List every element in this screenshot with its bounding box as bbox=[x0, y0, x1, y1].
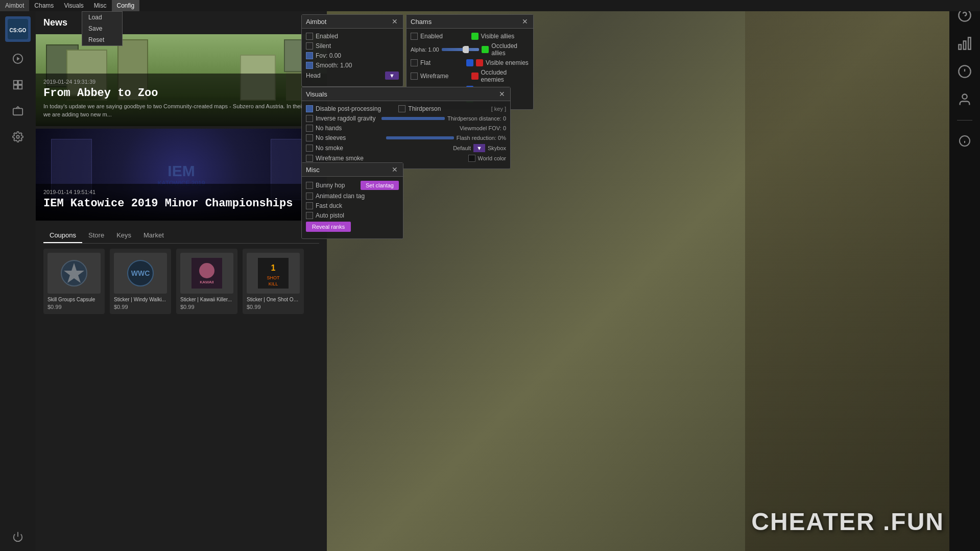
chams-flat-color-blue[interactable] bbox=[466, 59, 473, 66]
sidebar-play-icon[interactable] bbox=[9, 50, 27, 68]
news-article-2[interactable]: IEM KATOWICE 2019 2019-01-14 19:51:41 IE… bbox=[36, 129, 327, 221]
right-user-icon[interactable] bbox=[954, 89, 975, 110]
left-sidebar: CS:GO bbox=[0, 11, 36, 551]
visuals-disablepp-checkbox[interactable] bbox=[306, 105, 313, 112]
chams-alpha-handle[interactable] bbox=[464, 46, 469, 53]
aimbot-smooth-checkbox[interactable] bbox=[306, 62, 313, 69]
sidebar-settings-icon[interactable] bbox=[9, 128, 27, 146]
chams-occluded-allies-color[interactable] bbox=[482, 46, 489, 53]
aimbot-panel: Aimbot ✕ Enabled Silent Fov: 0.00 Smooth… bbox=[301, 14, 403, 87]
svg-rect-15 bbox=[968, 37, 971, 49]
store-tab-keys[interactable]: Keys bbox=[110, 228, 137, 243]
news-article-2-title: IEM Katowice 2019 Minor Championships bbox=[43, 197, 319, 210]
svg-point-9 bbox=[16, 135, 19, 138]
misc-header: Misc ✕ bbox=[302, 163, 403, 177]
news-article-1-title: From Abbey to Zoo bbox=[43, 87, 319, 100]
aimbot-smooth-label: Smooth: 1.00 bbox=[316, 62, 399, 69]
nav-visuals[interactable]: Visuals bbox=[59, 0, 88, 11]
visuals-title: Visuals bbox=[306, 90, 327, 98]
aimbot-head-dropdown[interactable]: ▼ bbox=[385, 71, 399, 80]
misc-auto-pistol-checkbox[interactable] bbox=[306, 212, 313, 219]
store-item-0[interactable]: Skill Groups Capsule $0.99 bbox=[43, 249, 105, 314]
nav-aimbot[interactable]: Aimbot bbox=[0, 0, 29, 11]
store-item-0-price: $0.99 bbox=[47, 304, 101, 310]
chams-flat-row: Flat Visible enemies bbox=[411, 59, 529, 66]
config-reset[interactable]: Reset bbox=[82, 34, 122, 45]
svg-text:SHOT: SHOT bbox=[267, 275, 280, 280]
news-header: News bbox=[36, 11, 327, 34]
misc-reveal-ranks-row: Reveal ranks bbox=[306, 222, 399, 232]
chams-enabled-checkbox[interactable] bbox=[411, 33, 418, 40]
chams-alpha-row: Alpha: 1.00 Occluded allies bbox=[411, 42, 529, 57]
visuals-wireframe-smoke-checkbox[interactable] bbox=[306, 155, 313, 162]
visuals-thirdperson-checkbox[interactable] bbox=[398, 105, 405, 112]
chams-alpha-slider[interactable] bbox=[442, 48, 480, 51]
svg-point-19 bbox=[962, 94, 967, 99]
aimbot-enabled-checkbox[interactable] bbox=[306, 33, 313, 40]
sidebar-inventory-icon[interactable] bbox=[9, 76, 27, 94]
visuals-viewmodel-fov-label: Viewmodel FOV: 0 bbox=[460, 125, 506, 131]
visuals-skybox-dropdown[interactable]: ▼ bbox=[473, 144, 485, 152]
visuals-nosleeves-row: No sleeves Flash reduction: 0% bbox=[306, 134, 506, 141]
aimbot-close[interactable]: ✕ bbox=[391, 17, 399, 26]
misc-set-clantag-btn[interactable]: Set clantag bbox=[361, 181, 399, 190]
visuals-thirdperson-dist-slider[interactable] bbox=[381, 117, 445, 120]
svg-rect-7 bbox=[18, 85, 22, 89]
sidebar-tv-icon[interactable] bbox=[9, 102, 27, 120]
chams-visible-enemies-color[interactable] bbox=[476, 59, 483, 66]
misc-fast-duck-checkbox[interactable] bbox=[306, 202, 313, 209]
visuals-nohands-checkbox[interactable] bbox=[306, 125, 313, 132]
aimbot-silent-checkbox[interactable] bbox=[306, 42, 313, 50]
svg-rect-14 bbox=[964, 41, 966, 49]
visuals-thirdperson-label: Thirdperson bbox=[408, 105, 488, 112]
misc-content: Bunny hop Set clantag Animated clan tag … bbox=[302, 177, 403, 238]
aimbot-content: Enabled Silent Fov: 0.00 Smooth: 1.00 He… bbox=[302, 29, 403, 86]
chams-occluded-enemies-color[interactable] bbox=[471, 73, 479, 80]
config-load[interactable]: Load bbox=[82, 12, 122, 23]
misc-reveal-ranks-btn[interactable]: Reveal ranks bbox=[306, 222, 351, 232]
top-nav: Aimbot Chams Visuals Misc Config bbox=[0, 0, 980, 11]
store-tab-store[interactable]: Store bbox=[82, 228, 110, 243]
store-item-2-name: Sticker | Kawaii Killer... bbox=[180, 297, 233, 302]
soldier-bg bbox=[745, 11, 949, 551]
store-tab-coupons[interactable]: Coupons bbox=[43, 228, 82, 243]
right-help-icon[interactable] bbox=[954, 61, 975, 82]
svg-text:KILL: KILL bbox=[269, 281, 278, 286]
visuals-world-color-swatch[interactable] bbox=[468, 155, 475, 162]
nav-config[interactable]: Config bbox=[112, 0, 140, 11]
nav-misc[interactable]: Misc bbox=[89, 0, 112, 11]
chams-close[interactable]: ✕ bbox=[521, 17, 529, 26]
store-tab-market[interactable]: Market bbox=[137, 228, 170, 243]
store-item-2[interactable]: KAWAII Sticker | Kawaii Killer... $0.99 bbox=[176, 249, 237, 314]
svg-point-28 bbox=[199, 263, 214, 278]
visuals-flash-slider[interactable] bbox=[386, 136, 454, 139]
misc-auto-pistol-label: Auto pistol bbox=[316, 212, 399, 219]
config-dropdown: Load Save Reset bbox=[82, 11, 123, 46]
visuals-nosmoke-checkbox[interactable] bbox=[306, 145, 313, 152]
misc-auto-pistol-row: Auto pistol bbox=[306, 212, 399, 219]
store-item-1[interactable]: WWC Sticker | Windy Walki... $0.99 bbox=[110, 249, 171, 314]
news-article-1-overlay: 2019-01-24 19:31:39 From Abbey to Zoo In… bbox=[36, 74, 327, 126]
misc-close[interactable]: ✕ bbox=[391, 165, 399, 174]
svg-text:KAWAII: KAWAII bbox=[200, 280, 213, 284]
chams-flat-checkbox[interactable] bbox=[411, 59, 418, 66]
nav-chams[interactable]: Chams bbox=[29, 0, 59, 11]
chams-wireframe-checkbox[interactable] bbox=[411, 73, 418, 80]
sidebar-power-icon[interactable] bbox=[9, 528, 27, 546]
misc-animated-checkbox[interactable] bbox=[306, 193, 313, 200]
right-info-icon[interactable] bbox=[954, 131, 975, 151]
visuals-close[interactable]: ✕ bbox=[498, 90, 506, 98]
chams-header: Chams ✕ bbox=[407, 15, 533, 29]
visuals-thirdperson-dist-label: Thirdperson distance: 0 bbox=[447, 115, 506, 122]
chams-enabled-row: Enabled Visible allies bbox=[411, 33, 529, 40]
visuals-nohands-row: No hands Viewmodel FOV: 0 bbox=[306, 125, 506, 132]
visuals-nosleeves-checkbox[interactable] bbox=[306, 134, 313, 141]
news-article-1[interactable]: 2019-01-24 19:31:39 From Abbey to Zoo In… bbox=[36, 34, 327, 126]
store-item-3[interactable]: 1 SHOT KILL Sticker | One Shot On... $0.… bbox=[243, 249, 304, 314]
aimbot-fov-checkbox[interactable] bbox=[306, 52, 313, 59]
visuals-ragdoll-checkbox[interactable] bbox=[306, 115, 313, 122]
config-save[interactable]: Save bbox=[82, 23, 122, 34]
misc-bunny-hop-checkbox[interactable] bbox=[306, 182, 313, 189]
chams-visible-allies-color[interactable] bbox=[471, 33, 479, 40]
misc-animated-row: Animated clan tag bbox=[306, 193, 399, 200]
